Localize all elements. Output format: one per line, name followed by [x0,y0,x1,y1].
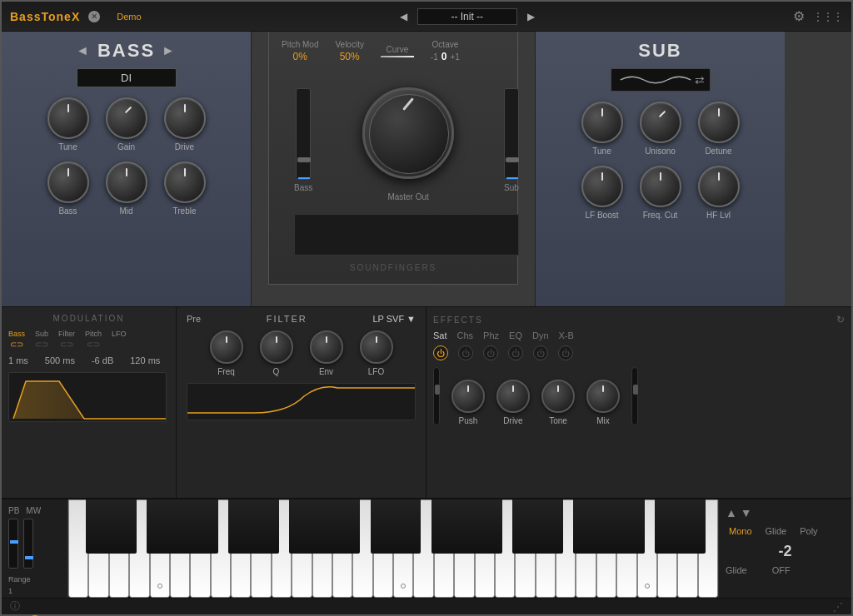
effects-push-knob[interactable] [451,380,485,413]
preset-name[interactable]: -- Init -- [417,8,517,25]
black-key-27[interactable] [614,499,645,554]
master-out-knob[interactable] [362,87,454,179]
effect-phz-power[interactable]: ⏻ [483,345,498,360]
sub-detune-label: Detune [705,147,731,156]
bass-type-selector[interactable]: DI [77,68,177,87]
effect-tab-phz[interactable]: Phz [483,330,499,340]
effects-mix-knob[interactable] [586,380,620,413]
octave-zero: 0 [441,51,447,62]
effect-xb-power[interactable]: ⏻ [558,345,573,360]
pitch-mod-value[interactable]: 0% [293,51,307,62]
modulation-header: MODULATION [8,314,169,323]
menu-icon[interactable]: ⋮⋮⋮ [813,11,843,22]
mod-filter-link[interactable]: ⊂⊃ [60,340,73,349]
filter-display [187,383,416,420]
filter-freq-knob[interactable] [210,330,243,364]
sub-wave-cycle-icon[interactable]: ⇄ [695,73,705,87]
mod-val-2: 500 ms [45,355,75,365]
filter-lfo-knob[interactable] [360,330,393,364]
bass-bass-label: Bass [58,206,77,216]
black-key-30[interactable] [675,499,706,554]
effect-dyn-power[interactable]: ⏻ [533,345,548,360]
velocity-label: Velocity [335,40,363,49]
octave-up-btn[interactable]: ▲ [726,506,737,519]
master-out-label: Master Out [387,192,428,201]
bass-treble-knob[interactable] [164,161,206,203]
effects-tone-knob[interactable] [541,380,575,413]
effect-tab-dyn[interactable]: Dyn [532,330,549,340]
sub-tune-knob[interactable] [581,102,623,143]
mod-lfo-label: LFO [112,330,127,338]
effect-eq-power[interactable]: ⏻ [508,345,523,360]
filter-env-knob[interactable] [310,330,343,364]
black-key-16[interactable] [391,499,422,554]
sub-freq-cut-knob[interactable] [640,166,681,207]
info-icon[interactable]: ⓘ [10,599,20,614]
bass-gain-knob[interactable] [106,97,147,139]
bass-fader-label: Bass [294,183,312,192]
black-key-9[interactable] [248,499,279,554]
black-key-20[interactable] [471,499,502,554]
piano-keyboard[interactable]: D2 E4 [68,499,718,598]
mod-sub-link[interactable]: ⊂⊃ [35,340,48,349]
octave-minus-btn[interactable]: -1 [431,52,438,62]
filter-section: Pre FILTER LP SVF ▼ Freq Q Env [177,307,426,498]
black-key-2[interactable] [107,499,137,554]
right-controls: ▲ ▼ Mono Glide Poly -2 Glide OFF [718,499,851,598]
mod-wheel-slider[interactable] [23,519,33,569]
sub-unisono-knob[interactable] [640,102,681,143]
mode-mono-btn[interactable]: Mono [726,524,756,538]
effects-drive-knob[interactable] [496,380,530,413]
effect-tab-chs[interactable]: Chs [457,330,474,340]
filter-type-selector[interactable]: LP SVF ▼ [372,314,416,324]
sub-hf-lvl-label: HF Lvl [706,211,731,220]
mode-glide-btn[interactable]: Glide [762,524,791,538]
mode-poly-btn[interactable]: Poly [796,524,821,538]
mod-pitch-label: Pitch [85,330,102,338]
effects-refresh-icon[interactable]: ↻ [836,314,845,325]
sub-fader[interactable] [504,88,519,180]
bass-fader[interactable] [296,88,311,180]
bass-right-arrow[interactable]: ► [162,43,177,58]
bass-tune-knob[interactable] [47,97,89,139]
effect-tab-eq[interactable]: EQ [509,330,522,340]
mod-filter-label: Filter [58,330,75,338]
bass-bass-knob[interactable] [47,161,89,203]
preset-navigation: ◀ -- Init -- ▶ [395,8,540,25]
bass-drive-knob[interactable] [164,97,206,139]
octave-display: -2 [778,543,791,560]
preset-next-button[interactable]: ▶ [522,9,540,24]
effect-chs-power[interactable]: ⏻ [458,345,473,360]
sub-detune-knob[interactable] [698,102,740,143]
effect-sat-power[interactable]: ⏻ [433,345,448,360]
version-icon[interactable]: ⋰ [833,601,843,613]
black-key-23[interactable] [533,499,564,554]
mod-val-3: -6 dB [92,355,113,365]
sub-lf-boost-knob[interactable] [581,166,623,207]
pb-label: PB [8,506,19,515]
bass-left-arrow[interactable]: ◄ [76,43,91,58]
brand-label: SOUNDFINGERS [282,260,505,276]
effect-tab-xb[interactable]: X-B [559,330,574,340]
sub-hf-lvl-knob[interactable] [698,166,740,207]
velocity-value[interactable]: 50% [340,51,360,62]
effect-tab-sat[interactable]: Sat [433,330,447,340]
curve-label: Curve [387,45,409,54]
close-button[interactable]: ✕ [88,11,100,22]
bass-mid-knob[interactable] [106,161,147,203]
black-key-13[interactable] [330,499,361,554]
octave-down-btn[interactable]: ▼ [741,506,752,519]
pitch-bend-slider[interactable] [8,519,18,569]
mod-val-1: 1 ms [8,355,28,365]
preset-prev-button[interactable]: ◀ [395,9,412,24]
effects-left-fader[interactable] [433,367,440,425]
mod-bass-link[interactable]: ⊂⊃ [10,340,23,349]
key-note-marker [401,584,406,589]
mod-pitch-link[interactable]: ⊂⊃ [87,340,100,349]
black-key-6[interactable] [187,499,218,554]
effects-right-fader[interactable] [631,367,638,425]
settings-icon[interactable]: ⚙ [793,8,805,24]
octave-plus-btn[interactable]: +1 [451,52,460,62]
plugin-display [294,214,519,256]
filter-q-knob[interactable] [260,330,293,364]
